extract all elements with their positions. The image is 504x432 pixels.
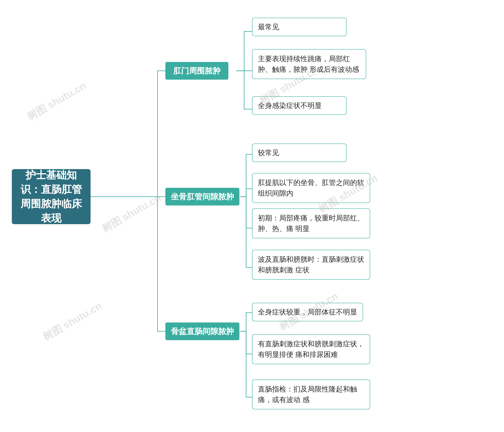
watermark-3: 树图 shutu.cn bbox=[40, 299, 104, 344]
detail-node-2-3: 初期：局部疼痛，较重时局部红、肿、热、痛 明显 bbox=[252, 208, 370, 238]
category-node-1: 肛门周围脓肿 bbox=[165, 62, 228, 80]
root-label: 护士基础知识：直肠肛管 周围脓肿临床表现 bbox=[16, 168, 87, 225]
detail-node-2-1: 较常见 bbox=[252, 144, 346, 162]
detail-node-3-1: 全身症状较重，局部体征不明显 bbox=[252, 303, 363, 321]
detail-node-1-1: 最常见 bbox=[252, 18, 346, 36]
detail-node-2-2: 肛提肌以下的坐骨、肛管之间的软组织间隙内 bbox=[252, 173, 370, 203]
root-node: 护士基础知识：直肠肛管 周围脓肿临床表现 bbox=[12, 169, 90, 224]
mindmap-container: 护士基础知识：直肠肛管 周围脓肿临床表现 肛门周围脓肿 最常见 主要表现持续性跳… bbox=[0, 0, 504, 432]
detail-node-1-3: 全身感染症状不明显 bbox=[252, 96, 346, 115]
watermark-1: 树图 shutu.cn bbox=[25, 79, 89, 124]
detail-node-1-2: 主要表现持续性跳痛，局部红肿、触痛，脓肿 形成后有波动感 bbox=[252, 49, 366, 79]
detail-node-3-3: 直肠指检：扪及局限性隆起和触痛，或有波动 感 bbox=[252, 380, 370, 409]
detail-node-3-2: 有直肠刺激症状和膀胱刺激症状，有明显排便 痛和排尿困难 bbox=[252, 334, 370, 364]
category-node-3: 骨盆直肠间隙脓肿 bbox=[165, 322, 239, 340]
category-node-2: 坐骨肛管间隙脓肿 bbox=[165, 188, 239, 206]
detail-node-2-4: 波及直肠和膀胱时：直肠刺激症状和膀胱刺激 症状 bbox=[252, 250, 370, 280]
watermark-2: 树图 shutu.cn bbox=[99, 191, 163, 236]
